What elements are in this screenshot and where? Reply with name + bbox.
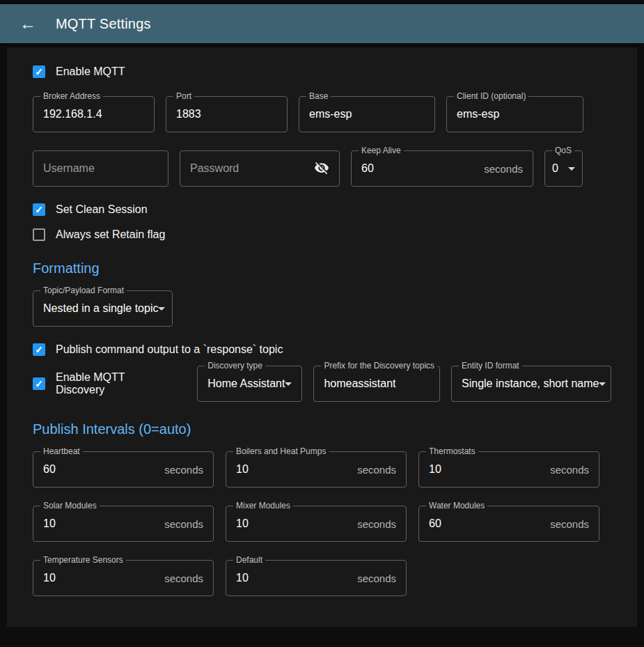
field-label: QoS (552, 146, 574, 155)
checkbox-retain-flag[interactable]: Always set Retain flag (33, 228, 611, 241)
field-value: 1883 (176, 108, 201, 120)
interval-mixer-field[interactable]: Mixer Modules 10 seconds (226, 506, 407, 542)
field-suffix: seconds (550, 464, 589, 476)
app-bar: ← MQTT Settings (0, 4, 644, 43)
field-label: Port (173, 92, 194, 101)
checkbox-clean-session[interactable]: Set Clean Session (33, 203, 611, 216)
interval-boilers-field[interactable]: Boilers and Heat Pumps 10 seconds (226, 451, 407, 488)
interval-default-field[interactable]: Default 10 seconds (226, 560, 407, 596)
interval-thermostats-field[interactable]: Thermostats 10 seconds (418, 451, 599, 488)
topic-payload-format-select[interactable]: Topic/Payload Format Nested in a single … (33, 290, 173, 327)
field-suffix: seconds (484, 163, 523, 175)
interval-heartbeat-field[interactable]: Heartbeat 60 seconds (33, 451, 214, 488)
field-label: Default (233, 556, 265, 565)
field-value: Home Assistant (207, 377, 285, 390)
section-heading-formatting: Formatting (33, 260, 611, 276)
field-label: Solar Modules (40, 501, 100, 510)
checkbox-label: Enable MQTT Discovery (56, 371, 165, 396)
chevron-down-icon (285, 382, 292, 386)
field-label: Water Modules (426, 501, 487, 510)
checkbox-enable-discovery[interactable]: Enable MQTT Discovery (33, 371, 165, 396)
base-field[interactable]: Base ems-esp (299, 96, 435, 132)
field-value: 10 (43, 517, 56, 530)
broker-row: Broker Address 192.168.1.4 Port 1883 Bas… (33, 96, 611, 132)
checkbox-icon[interactable] (33, 228, 45, 241)
checkbox-icon[interactable] (33, 203, 45, 216)
field-placeholder: Password (190, 162, 239, 175)
field-value: 10 (236, 463, 249, 476)
field-value: 10 (429, 463, 441, 476)
checkbox-label: Set Clean Session (56, 203, 148, 216)
field-value: 0 (552, 162, 558, 175)
client-id-field[interactable]: Client ID (optional) ems-esp (446, 96, 583, 132)
publish-intervals-grid: Heartbeat 60 seconds Boilers and Heat Pu… (33, 451, 611, 596)
field-suffix: seconds (357, 572, 396, 584)
field-label: Mixer Modules (233, 501, 293, 510)
field-value: 60 (429, 517, 441, 530)
checkbox-icon[interactable] (33, 65, 45, 78)
checkbox-label: Publish command output to a `response` t… (56, 343, 283, 356)
field-value: 192.168.1.4 (43, 108, 102, 120)
checkbox-label: Always set Retain flag (56, 228, 165, 241)
field-label: Base (306, 92, 331, 101)
interval-water-field[interactable]: Water Modules 60 seconds (418, 506, 599, 542)
field-label: Discovery type (205, 361, 265, 371)
field-label: Prefix for the Discovery topics (321, 361, 437, 371)
content: Enable MQTT Broker Address 192.168.1.4 P… (7, 47, 637, 627)
chevron-down-icon (599, 382, 606, 386)
field-value: homeassistant (324, 377, 395, 390)
field-placeholder: Username (43, 162, 95, 175)
field-label: Boilers and Heat Pumps (233, 447, 329, 456)
page-title: MQTT Settings (56, 16, 151, 32)
port-field[interactable]: Port 1883 (166, 96, 288, 132)
field-value: Single instance, short name (462, 377, 599, 390)
field-label: Client ID (optional) (454, 92, 528, 101)
username-field[interactable]: Username (33, 150, 168, 187)
arrow-left-icon: ← (19, 14, 36, 33)
field-value: 60 (43, 463, 56, 476)
page: ← MQTT Settings Enable MQTT Broker Addre… (0, 0, 644, 647)
field-value: ems-esp (457, 108, 499, 120)
interval-solar-field[interactable]: Solar Modules 10 seconds (33, 506, 214, 542)
visibility-off-icon (314, 160, 329, 178)
discovery-type-select[interactable]: Discovery type Home Assistant (197, 366, 302, 402)
password-field[interactable]: Password (180, 150, 340, 187)
field-suffix: seconds (550, 518, 589, 530)
chevron-down-icon (158, 307, 165, 311)
field-suffix: seconds (357, 464, 396, 476)
field-suffix: seconds (164, 572, 203, 584)
broker-address-field[interactable]: Broker Address 192.168.1.4 (33, 96, 155, 132)
field-suffix: seconds (357, 518, 396, 530)
field-label: Heartbeat (40, 447, 83, 456)
field-value: 10 (236, 572, 249, 584)
field-value: 60 (361, 162, 374, 175)
field-label: Entity ID format (459, 361, 522, 371)
discovery-row: Enable MQTT Discovery Discovery type Hom… (33, 366, 611, 402)
field-value: 10 (43, 572, 56, 584)
entity-id-format-select[interactable]: Entity ID format Single instance, short … (451, 366, 611, 402)
field-value: Nested in a single topic (43, 302, 158, 315)
keep-alive-field[interactable]: Keep Alive 60 seconds (351, 150, 533, 187)
discovery-prefix-field[interactable]: Prefix for the Discovery topics homeassi… (313, 366, 440, 402)
checkbox-icon[interactable] (33, 377, 45, 390)
field-label: Thermostats (426, 447, 478, 456)
field-suffix: seconds (164, 464, 203, 476)
interval-temperature-sensors-field[interactable]: Temperature Sensors 10 seconds (33, 560, 214, 596)
field-label: Topic/Payload Format (40, 286, 127, 295)
checkbox-enable-mqtt[interactable]: Enable MQTT (33, 65, 611, 78)
checkbox-publish-response[interactable]: Publish command output to a `response` t… (33, 343, 611, 356)
checkbox-label: Enable MQTT (56, 65, 125, 78)
credentials-row: Username Password Keep Alive 60 seconds … (33, 150, 611, 187)
field-label: Broker Address (40, 92, 103, 101)
field-value: ems-esp (309, 108, 352, 120)
field-label: Keep Alive (359, 146, 404, 155)
field-value: 10 (236, 517, 249, 530)
toggle-password-visibility-button[interactable] (314, 160, 329, 178)
qos-select[interactable]: QoS 0 (544, 150, 583, 187)
field-label: Temperature Sensors (40, 556, 126, 565)
back-button[interactable]: ← (15, 13, 40, 35)
section-heading-publish-intervals: Publish Intervals (0=auto) (33, 421, 611, 437)
field-suffix: seconds (164, 518, 203, 530)
chevron-down-icon (568, 167, 575, 171)
checkbox-icon[interactable] (33, 343, 45, 356)
